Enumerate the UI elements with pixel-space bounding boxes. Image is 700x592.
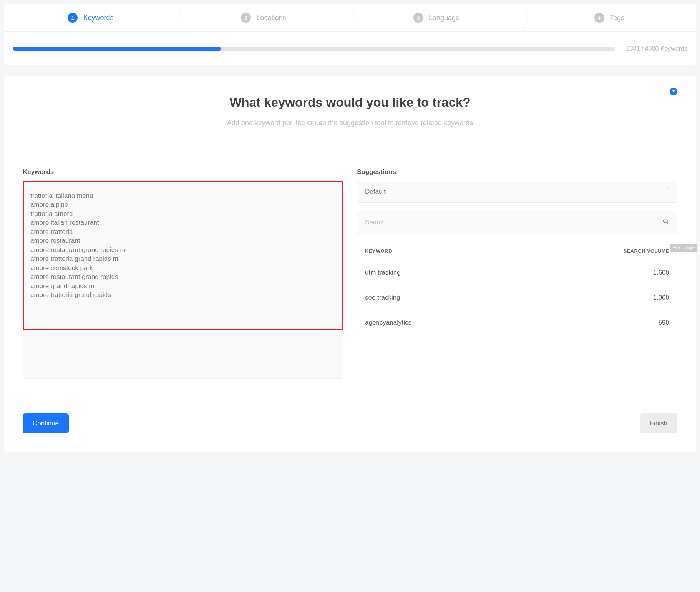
- step-number: 3: [413, 13, 423, 23]
- suggestions-label: Suggestions: [357, 168, 677, 176]
- progress-text: 1381 / 4000 Keywords: [626, 45, 687, 52]
- suggestion-keyword: seo tracking: [365, 294, 400, 302]
- keywords-label: Keywords: [23, 168, 343, 176]
- col-volume: SEARCH VOLUME: [624, 248, 669, 254]
- suggestion-row[interactable]: utm tracking 1,600: [357, 260, 677, 285]
- stepper: 1 Keywords 2 Locations 3 Language 4 Tags: [4, 4, 696, 32]
- keywords-textarea[interactable]: trattoria italiana menu amore alpine tra…: [23, 181, 343, 330]
- step-label: Keywords: [83, 14, 113, 22]
- progress-bar: [13, 47, 615, 51]
- keywords-column: Keywords trattoria italiana menu amore a…: [23, 168, 343, 379]
- help-icon-label: ?: [672, 89, 675, 95]
- col-keyword: KEYWORD: [365, 248, 392, 254]
- svg-line-1: [667, 222, 668, 224]
- suggestion-volume: 590: [659, 319, 669, 327]
- step-locations[interactable]: 2 Locations: [177, 4, 350, 31]
- step-label: Tags: [610, 14, 624, 22]
- step-number: 1: [68, 13, 78, 23]
- step-language[interactable]: 3 Language: [350, 4, 523, 31]
- step-keywords[interactable]: 1 Keywords: [4, 4, 177, 31]
- step-tags[interactable]: 4 Tags: [523, 4, 696, 31]
- suggestion-keyword: agencyanalytics: [365, 319, 411, 327]
- rectangle-hint: Rectangle: [670, 244, 697, 252]
- suggestion-row[interactable]: agencyanalytics 590: [357, 310, 677, 335]
- suggestions-table: KEYWORD SEARCH VOLUME utm tracking 1,600…: [357, 242, 677, 335]
- select-value: Default: [365, 188, 386, 196]
- suggestions-header: KEYWORD SEARCH VOLUME: [357, 242, 677, 260]
- search-icon: [662, 218, 669, 227]
- suggestions-search[interactable]: [357, 211, 677, 234]
- step-number: 2: [241, 13, 251, 23]
- continue-button[interactable]: Continue: [23, 413, 69, 433]
- step-label: Language: [429, 14, 459, 22]
- progress-fill: [13, 47, 221, 51]
- suggestion-volume: 1,000: [653, 294, 669, 302]
- suggestions-mode-select[interactable]: Default ⌃⌄: [357, 181, 677, 203]
- suggestion-row[interactable]: seo tracking 1,000: [357, 285, 677, 310]
- page-subtitle: Add one keyword per line or use the sugg…: [23, 119, 677, 143]
- suggestion-volume: 1,600: [653, 269, 669, 277]
- search-input[interactable]: [365, 219, 662, 226]
- progress-row: 1381 / 4000 Keywords: [4, 32, 696, 65]
- finish-button[interactable]: Finish: [640, 413, 677, 433]
- step-number: 4: [594, 13, 604, 23]
- suggestions-column: Suggestions Default ⌃⌄ KEYWORD SEARCH VO…: [357, 168, 677, 379]
- stepper-card: 1 Keywords 2 Locations 3 Language 4 Tags…: [4, 4, 696, 65]
- main-card: ? What keywords would you like to track?…: [4, 76, 696, 452]
- suggestion-keyword: utm tracking: [365, 269, 401, 277]
- step-label: Locations: [256, 14, 286, 22]
- footer: Continue Finish: [23, 413, 677, 433]
- chevron-updown-icon: ⌃⌄: [665, 189, 669, 194]
- page-title: What keywords would you like to track?: [23, 95, 677, 110]
- keywords-textarea-bottom[interactable]: [23, 330, 343, 379]
- help-icon[interactable]: ?: [670, 88, 677, 95]
